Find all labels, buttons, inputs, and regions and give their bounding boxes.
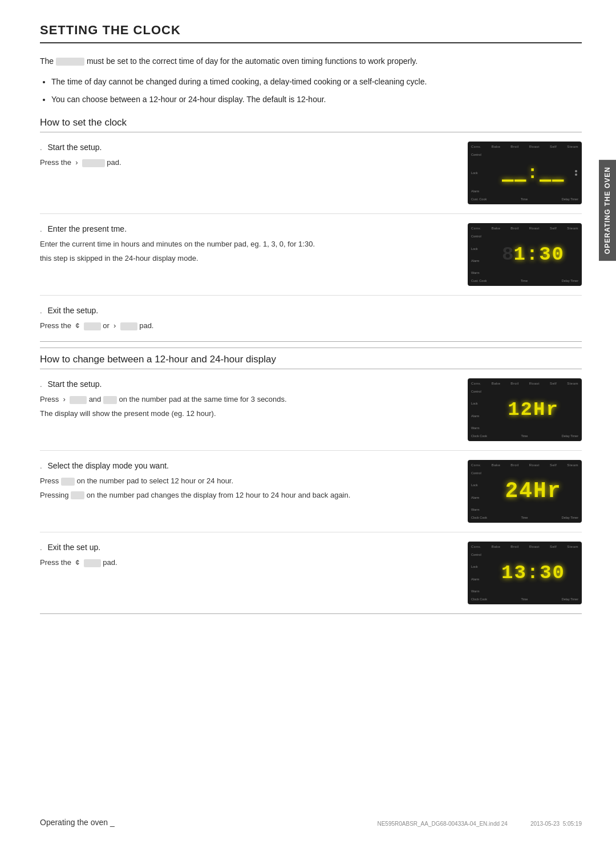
display-side-labels: Control Lock Alarm (471, 153, 481, 193)
step-1-2-title: . Enter the present tme. (40, 223, 456, 235)
display-side-labels-5: Control Lock Alarm Warm (471, 553, 481, 593)
step-1-2-note: this step is skipped in the 24-hour disp… (40, 253, 456, 264)
step-number: . (40, 143, 42, 152)
step-1-2: . Enter the present tme. Enter the curre… (40, 214, 582, 296)
display-top-labels: Conv.BakeBroilRoastSelfSteam (471, 145, 578, 148)
step-1-3-desc: Press the ¢ or › pad. (40, 320, 456, 332)
step-2-2-content: . Select the display mode you want. Pres… (40, 460, 468, 500)
section-how-to-set-clock: How to set the clock . Start the setup. … (40, 117, 582, 342)
display-side-labels-2: Control Lock Alarm Warm (471, 235, 481, 274)
display-main-1: ⎯⎯:⎯⎯ (502, 163, 565, 184)
footer-page-ref: Operating the oven _ (40, 818, 115, 827)
step-1-1-content: . Start the setup. Press the › pad. (40, 142, 468, 169)
step-1-1-title: . Start the setup. (40, 142, 456, 154)
footer-date-info: 2013-05-23 ￼ 5:05:19 (530, 821, 582, 827)
display-24hr: 24Hr (505, 479, 561, 503)
display-side-labels-4: Control Lock Alarm Warm (471, 471, 481, 511)
section1-heading: How to set the clock (40, 117, 582, 132)
step-2-2-desc2: Pressing on the number pad changes the d… (40, 490, 456, 501)
section1-steps: . Start the setup. Press the › pad. Conv… (40, 132, 582, 342)
bullet-item: The time of day cannot be changed during… (51, 75, 508, 88)
display-top-labels-4: Conv.BakeBroilRoastSelfSteam (471, 463, 578, 467)
step-2-1-desc: Press › and on the number pad at the sam… (40, 394, 456, 406)
display-12hr: 12Hr (508, 399, 559, 421)
step-2-2-title: . Select the display mode you want. (40, 460, 456, 472)
step-2-1: . Start the setup. Press › and on the nu… (40, 369, 582, 451)
display-panel-2: Conv.BakeBroilRoastSelfSteam Control Loc… (468, 223, 582, 286)
step-1-1-desc: Press the › pad. (40, 157, 456, 169)
step-number: . (40, 306, 42, 315)
step-number: . (40, 225, 42, 233)
display-top-labels-3: Conv.BakeBroilRoastSelfSteam (471, 382, 578, 385)
footer-file-info: NE595R0ABSR_AA_DG68-00433A-04_EN.indd 24 (377, 821, 507, 827)
step-2-3: . Exit the set up. Press the ¢ pad. Conv… (40, 532, 582, 613)
display-top-labels-2: Conv.BakeBroilRoastSelfSteam (471, 227, 578, 230)
section-how-to-change-display: How to change between a 12-hour and 24-h… (40, 354, 582, 614)
step-2-3-desc: Press the ¢ pad. (40, 557, 456, 569)
step-1-2-content: . Enter the present tme. Enter the curre… (40, 223, 468, 264)
footer: Operating the oven _ NE595R0ABSR_AA_DG68… (40, 818, 582, 827)
step-2-2-desc1: Press on the number pad to select 12 hou… (40, 475, 456, 487)
display-bottom-labels-2: Cust. CookTimeDelay Timer (471, 279, 578, 282)
display-right-indicators (575, 170, 577, 176)
display-panel-3: Conv.BakeBroilRoastSelfSteam Control Loc… (468, 378, 582, 441)
page-title: SETTING THE CLOCK (40, 23, 582, 43)
display-panel-5: Conv.BakeBroilRoastSelfSteam Control Loc… (468, 542, 582, 604)
bullet-item: You can choose between a 12-hour or 24-h… (51, 93, 508, 106)
display-bottom-labels-3: Clock CookTimeDelay Timer (471, 434, 578, 438)
display-bottom-labels-5: Clock CookTimeDelay Timer (471, 597, 578, 601)
display-panel-4: Conv.BakeBroilRoastSelfSteam Control Loc… (468, 460, 582, 523)
step-number: . (40, 380, 42, 389)
step-1-2-desc: Enter the current time in hours and minu… (40, 239, 456, 251)
display-bottom-labels: Cust. CookTimeDelay Timer (471, 197, 578, 201)
display-side-labels-3: Control Lock Alarm Warm (471, 390, 481, 430)
display-top-labels-5: Conv.BakeBroilRoastSelfSteam (471, 545, 578, 548)
side-tab: OPERATING THE OVEN (599, 160, 616, 261)
step-1-3-content: . Exit the setup. Press the ¢ or › pad. (40, 305, 468, 332)
display-1330: 13:30 (501, 562, 565, 584)
step-2-3-title: . Exit the set up. (40, 542, 456, 554)
display-panel-1: Conv.BakeBroilRoastSelfSteam Control Loc… (468, 142, 582, 204)
step-2-1-title: . Start the setup. (40, 378, 456, 390)
step-number: . (40, 462, 42, 470)
step-1-3: . Exit the setup. Press the ¢ or › pad. (40, 296, 582, 341)
step-2-2: . Select the display mode you want. Pres… (40, 451, 582, 532)
page: OPERATING THE OVEN SETTING THE CLOCK The… (0, 0, 616, 844)
section2-steps: . Start the setup. Press › and on the nu… (40, 369, 582, 614)
display-bottom-labels-4: Clock CookTimeDelay Timer (471, 516, 578, 519)
section2-heading: How to change between a 12-hour and 24-h… (40, 354, 582, 369)
step-2-3-content: . Exit the set up. Press the ¢ pad. (40, 542, 468, 569)
bullet-list: The time of day cannot be changed during… (51, 75, 582, 106)
step-1-1: . Start the setup. Press the › pad. Conv… (40, 132, 582, 214)
step-2-1-note: The display will show the present mode (… (40, 408, 456, 419)
step-number: . (40, 543, 42, 552)
step-1-3-title: . Exit the setup. (40, 305, 456, 317)
intro-paragraph: The must be set to the correct time of d… (40, 55, 508, 67)
step-2-1-content: . Start the setup. Press › and on the nu… (40, 378, 468, 419)
